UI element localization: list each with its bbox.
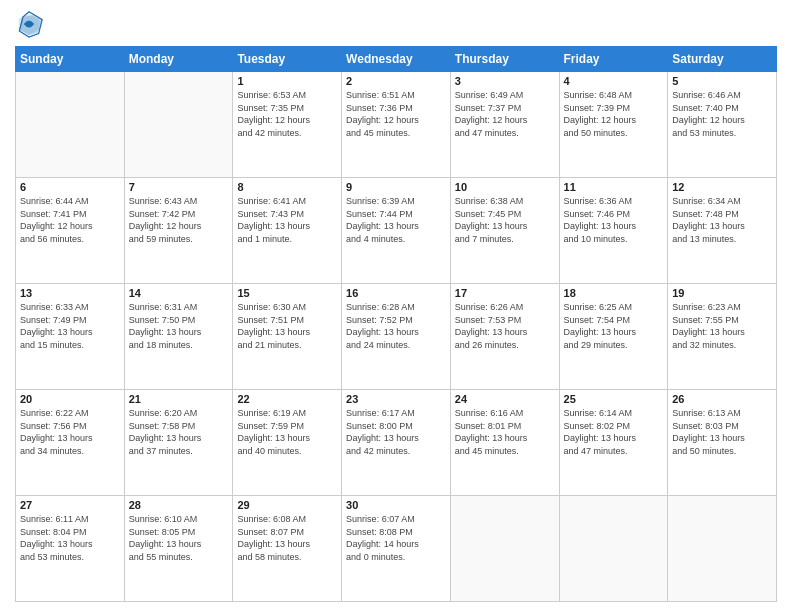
- day-cell: 30Sunrise: 6:07 AM Sunset: 8:08 PM Dayli…: [342, 496, 451, 602]
- day-cell: 8Sunrise: 6:41 AM Sunset: 7:43 PM Daylig…: [233, 178, 342, 284]
- day-detail: Sunrise: 6:51 AM Sunset: 7:36 PM Dayligh…: [346, 89, 446, 139]
- day-number: 26: [672, 393, 772, 405]
- day-number: 20: [20, 393, 120, 405]
- day-number: 17: [455, 287, 555, 299]
- day-cell: 14Sunrise: 6:31 AM Sunset: 7:50 PM Dayli…: [124, 284, 233, 390]
- day-cell: 11Sunrise: 6:36 AM Sunset: 7:46 PM Dayli…: [559, 178, 668, 284]
- day-cell: 15Sunrise: 6:30 AM Sunset: 7:51 PM Dayli…: [233, 284, 342, 390]
- day-detail: Sunrise: 6:41 AM Sunset: 7:43 PM Dayligh…: [237, 195, 337, 245]
- day-detail: Sunrise: 6:43 AM Sunset: 7:42 PM Dayligh…: [129, 195, 229, 245]
- day-cell: 9Sunrise: 6:39 AM Sunset: 7:44 PM Daylig…: [342, 178, 451, 284]
- day-number: 2: [346, 75, 446, 87]
- day-cell: 22Sunrise: 6:19 AM Sunset: 7:59 PM Dayli…: [233, 390, 342, 496]
- day-detail: Sunrise: 6:23 AM Sunset: 7:55 PM Dayligh…: [672, 301, 772, 351]
- week-row-1: 1Sunrise: 6:53 AM Sunset: 7:35 PM Daylig…: [16, 72, 777, 178]
- day-cell: [450, 496, 559, 602]
- day-number: 11: [564, 181, 664, 193]
- day-cell: 18Sunrise: 6:25 AM Sunset: 7:54 PM Dayli…: [559, 284, 668, 390]
- day-number: 3: [455, 75, 555, 87]
- day-number: 9: [346, 181, 446, 193]
- day-cell: 29Sunrise: 6:08 AM Sunset: 8:07 PM Dayli…: [233, 496, 342, 602]
- day-number: 14: [129, 287, 229, 299]
- day-cell: 2Sunrise: 6:51 AM Sunset: 7:36 PM Daylig…: [342, 72, 451, 178]
- day-cell: 10Sunrise: 6:38 AM Sunset: 7:45 PM Dayli…: [450, 178, 559, 284]
- day-detail: Sunrise: 6:14 AM Sunset: 8:02 PM Dayligh…: [564, 407, 664, 457]
- week-row-3: 13Sunrise: 6:33 AM Sunset: 7:49 PM Dayli…: [16, 284, 777, 390]
- day-cell: [124, 72, 233, 178]
- day-detail: Sunrise: 6:44 AM Sunset: 7:41 PM Dayligh…: [20, 195, 120, 245]
- day-cell: 3Sunrise: 6:49 AM Sunset: 7:37 PM Daylig…: [450, 72, 559, 178]
- day-detail: Sunrise: 6:31 AM Sunset: 7:50 PM Dayligh…: [129, 301, 229, 351]
- day-number: 10: [455, 181, 555, 193]
- day-number: 7: [129, 181, 229, 193]
- day-number: 19: [672, 287, 772, 299]
- weekday-header-saturday: Saturday: [668, 47, 777, 72]
- day-detail: Sunrise: 6:25 AM Sunset: 7:54 PM Dayligh…: [564, 301, 664, 351]
- day-number: 16: [346, 287, 446, 299]
- day-cell: 24Sunrise: 6:16 AM Sunset: 8:01 PM Dayli…: [450, 390, 559, 496]
- day-number: 13: [20, 287, 120, 299]
- page: SundayMondayTuesdayWednesdayThursdayFrid…: [0, 0, 792, 612]
- day-number: 21: [129, 393, 229, 405]
- day-number: 28: [129, 499, 229, 511]
- day-number: 12: [672, 181, 772, 193]
- day-detail: Sunrise: 6:08 AM Sunset: 8:07 PM Dayligh…: [237, 513, 337, 563]
- week-row-2: 6Sunrise: 6:44 AM Sunset: 7:41 PM Daylig…: [16, 178, 777, 284]
- weekday-header-wednesday: Wednesday: [342, 47, 451, 72]
- day-detail: Sunrise: 6:20 AM Sunset: 7:58 PM Dayligh…: [129, 407, 229, 457]
- day-cell: 7Sunrise: 6:43 AM Sunset: 7:42 PM Daylig…: [124, 178, 233, 284]
- day-cell: [559, 496, 668, 602]
- day-cell: 6Sunrise: 6:44 AM Sunset: 7:41 PM Daylig…: [16, 178, 125, 284]
- day-detail: Sunrise: 6:39 AM Sunset: 7:44 PM Dayligh…: [346, 195, 446, 245]
- day-detail: Sunrise: 6:19 AM Sunset: 7:59 PM Dayligh…: [237, 407, 337, 457]
- day-cell: [668, 496, 777, 602]
- day-number: 18: [564, 287, 664, 299]
- weekday-header-tuesday: Tuesday: [233, 47, 342, 72]
- day-detail: Sunrise: 6:33 AM Sunset: 7:49 PM Dayligh…: [20, 301, 120, 351]
- day-detail: Sunrise: 6:49 AM Sunset: 7:37 PM Dayligh…: [455, 89, 555, 139]
- weekday-header-sunday: Sunday: [16, 47, 125, 72]
- day-detail: Sunrise: 6:34 AM Sunset: 7:48 PM Dayligh…: [672, 195, 772, 245]
- day-detail: Sunrise: 6:07 AM Sunset: 8:08 PM Dayligh…: [346, 513, 446, 563]
- day-detail: Sunrise: 6:36 AM Sunset: 7:46 PM Dayligh…: [564, 195, 664, 245]
- day-detail: Sunrise: 6:22 AM Sunset: 7:56 PM Dayligh…: [20, 407, 120, 457]
- day-detail: Sunrise: 6:10 AM Sunset: 8:05 PM Dayligh…: [129, 513, 229, 563]
- day-number: 30: [346, 499, 446, 511]
- day-number: 24: [455, 393, 555, 405]
- day-detail: Sunrise: 6:30 AM Sunset: 7:51 PM Dayligh…: [237, 301, 337, 351]
- day-number: 27: [20, 499, 120, 511]
- day-cell: 1Sunrise: 6:53 AM Sunset: 7:35 PM Daylig…: [233, 72, 342, 178]
- day-number: 25: [564, 393, 664, 405]
- day-number: 29: [237, 499, 337, 511]
- day-number: 8: [237, 181, 337, 193]
- day-number: 22: [237, 393, 337, 405]
- day-detail: Sunrise: 6:48 AM Sunset: 7:39 PM Dayligh…: [564, 89, 664, 139]
- day-cell: 23Sunrise: 6:17 AM Sunset: 8:00 PM Dayli…: [342, 390, 451, 496]
- weekday-header-friday: Friday: [559, 47, 668, 72]
- weekday-header-thursday: Thursday: [450, 47, 559, 72]
- day-cell: [16, 72, 125, 178]
- day-detail: Sunrise: 6:17 AM Sunset: 8:00 PM Dayligh…: [346, 407, 446, 457]
- day-detail: Sunrise: 6:13 AM Sunset: 8:03 PM Dayligh…: [672, 407, 772, 457]
- day-number: 4: [564, 75, 664, 87]
- day-detail: Sunrise: 6:28 AM Sunset: 7:52 PM Dayligh…: [346, 301, 446, 351]
- day-cell: 12Sunrise: 6:34 AM Sunset: 7:48 PM Dayli…: [668, 178, 777, 284]
- day-cell: 16Sunrise: 6:28 AM Sunset: 7:52 PM Dayli…: [342, 284, 451, 390]
- day-cell: 28Sunrise: 6:10 AM Sunset: 8:05 PM Dayli…: [124, 496, 233, 602]
- weekday-header-monday: Monday: [124, 47, 233, 72]
- header: [15, 10, 777, 38]
- day-cell: 5Sunrise: 6:46 AM Sunset: 7:40 PM Daylig…: [668, 72, 777, 178]
- logo: [15, 10, 47, 38]
- logo-icon: [15, 10, 43, 38]
- day-cell: 20Sunrise: 6:22 AM Sunset: 7:56 PM Dayli…: [16, 390, 125, 496]
- day-number: 5: [672, 75, 772, 87]
- calendar-table: SundayMondayTuesdayWednesdayThursdayFrid…: [15, 46, 777, 602]
- day-number: 1: [237, 75, 337, 87]
- weekday-header-row: SundayMondayTuesdayWednesdayThursdayFrid…: [16, 47, 777, 72]
- day-number: 23: [346, 393, 446, 405]
- day-detail: Sunrise: 6:38 AM Sunset: 7:45 PM Dayligh…: [455, 195, 555, 245]
- day-cell: 17Sunrise: 6:26 AM Sunset: 7:53 PM Dayli…: [450, 284, 559, 390]
- day-detail: Sunrise: 6:26 AM Sunset: 7:53 PM Dayligh…: [455, 301, 555, 351]
- day-cell: 25Sunrise: 6:14 AM Sunset: 8:02 PM Dayli…: [559, 390, 668, 496]
- day-number: 15: [237, 287, 337, 299]
